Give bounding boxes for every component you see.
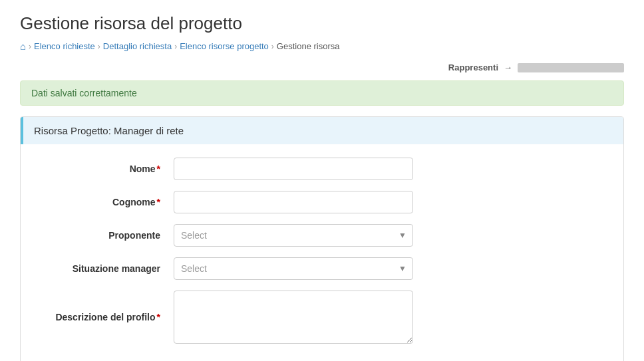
breadcrumb-sep-2: › <box>174 42 177 51</box>
situazione-manager-label: Situazione manager <box>41 263 174 274</box>
proponente-select[interactable]: Select <box>174 224 413 247</box>
card-header: Risorsa Progetto: Manager di rete <box>21 117 623 144</box>
rappresenti-value <box>518 63 624 72</box>
rappresenti-arrow: → <box>504 62 512 72</box>
situazione-manager-select[interactable]: Select <box>174 257 413 280</box>
nome-required: * <box>157 164 160 174</box>
proponente-group: Proponente Select ▼ <box>41 224 603 247</box>
breadcrumb-dettaglio-richiesta[interactable]: Dettaglio richiesta <box>103 41 172 51</box>
breadcrumb: ⌂ › Elenco richieste › Dettaglio richies… <box>20 41 624 52</box>
proponente-label: Proponente <box>41 230 174 241</box>
nome-group: Nome* <box>41 158 603 180</box>
nome-input[interactable] <box>174 158 413 180</box>
cognome-input[interactable] <box>174 191 413 213</box>
breadcrumb-elenco-risorse[interactable]: Elenco risorse progetto <box>180 41 269 51</box>
cognome-label: Cognome* <box>41 197 174 207</box>
success-text: Dati salvati correttamente <box>31 88 137 98</box>
situazione-manager-group: Situazione manager Select ▼ <box>41 257 603 280</box>
breadcrumb-current: Gestione risorsa <box>277 41 340 51</box>
descrizione-required: * <box>157 312 160 322</box>
breadcrumb-elenco-richieste[interactable]: Elenco richieste <box>34 41 95 51</box>
success-banner: Dati salvati correttamente <box>20 80 624 106</box>
cognome-required: * <box>157 197 160 207</box>
descrizione-profilo-group: Descrizione del profilo* <box>41 291 603 344</box>
form-section: Nome* Cognome* Proponente Select <box>21 144 623 361</box>
cognome-group: Cognome* <box>41 191 603 213</box>
page-title: Gestione risorsa del progetto <box>20 13 624 34</box>
breadcrumb-sep-1: › <box>98 42 100 51</box>
breadcrumb-home-icon[interactable]: ⌂ <box>20 41 26 52</box>
rappresenti-bar: Rappresenti → <box>20 62 624 72</box>
descrizione-profilo-label: Descrizione del profilo* <box>41 312 174 322</box>
situazione-manager-select-wrapper: Select ▼ <box>174 257 413 280</box>
nome-label: Nome* <box>41 164 174 174</box>
resource-card: Risorsa Progetto: Manager di rete Nome* … <box>20 116 624 361</box>
breadcrumb-sep-0: › <box>29 42 31 51</box>
breadcrumb-sep-3: › <box>271 42 274 51</box>
proponente-select-wrapper: Select ▼ <box>174 224 413 247</box>
descrizione-profilo-textarea[interactable] <box>174 291 413 344</box>
card-header-text: Risorsa Progetto: Manager di rete <box>34 125 184 136</box>
rappresenti-label: Rappresenti <box>448 62 498 72</box>
